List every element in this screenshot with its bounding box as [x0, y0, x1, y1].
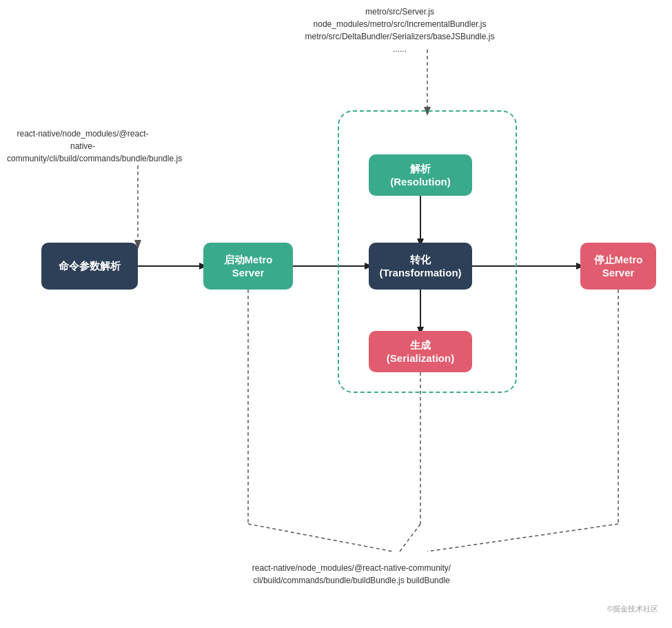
left-file-label: react-native/node_modules/@react-native-… — [7, 128, 159, 165]
stop-metro-node: 停止MetroServer — [580, 243, 656, 290]
transformation-node: 转化(Transformation) — [369, 243, 472, 290]
bottom-file-label: react-native/node_modules/@react-native-… — [207, 562, 496, 587]
top-files-label: metro/src/Server.jsnode_modules/metro/sr… — [269, 6, 531, 55]
serialization-node: 生成(Serialization) — [369, 331, 472, 372]
diagram: metro/src/Server.jsnode_modules/metro/sr… — [0, 0, 672, 628]
start-metro-node: 启动MetroServer — [203, 243, 293, 290]
arrows-svg — [0, 0, 672, 628]
svg-line-18 — [400, 524, 420, 551]
svg-line-17 — [248, 524, 393, 551]
cmd-parse-node: 命令参数解析 — [41, 243, 138, 290]
svg-line-19 — [427, 524, 618, 551]
resolution-node: 解析(Resolution) — [369, 154, 472, 196]
watermark: ©掘金技术社区 — [607, 604, 658, 614]
